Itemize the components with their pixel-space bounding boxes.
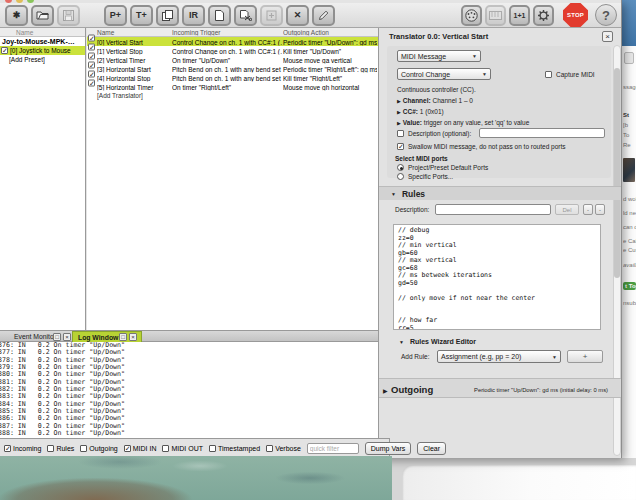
midi-ports-button[interactable] bbox=[461, 5, 482, 26]
port-option-radio[interactable] bbox=[397, 173, 404, 180]
log-window-minimize-button[interactable]: □ bbox=[119, 333, 127, 341]
move-rule-up-button[interactable]: - bbox=[583, 204, 593, 215]
add-rule-plus-button[interactable]: + bbox=[567, 350, 603, 363]
event-monitor-tab[interactable]: Event Monitor bbox=[14, 333, 56, 340]
aliases-button[interactable]: 1+1 bbox=[509, 5, 530, 26]
background-text-fragment: St bbox=[623, 112, 636, 118]
rules-wizard-header[interactable]: ▼ Rules Wizard Editor bbox=[399, 338, 476, 345]
editor-close-button[interactable]: × bbox=[602, 31, 613, 42]
toolbar: ✱ P+ T+ IR ✕ bbox=[0, 3, 622, 28]
clear-button[interactable]: Clear bbox=[417, 442, 446, 455]
add-translator-row[interactable]: [Add Translator] bbox=[87, 91, 378, 100]
merge-button[interactable] bbox=[260, 5, 283, 26]
checkbox-icon[interactable] bbox=[209, 445, 216, 452]
translator-row[interactable]: ✓[0] Vertical StartControl Change on ch.… bbox=[87, 37, 378, 46]
port-option-label: Project/Preset Default Ports bbox=[408, 164, 488, 171]
help-button[interactable]: ? bbox=[595, 4, 617, 26]
app-window: ✱ P+ T+ IR ✕ bbox=[0, 0, 622, 458]
translator-enabled-checkbox[interactable]: ✓ bbox=[88, 53, 95, 60]
settings-button[interactable] bbox=[533, 5, 554, 26]
rules-section-header[interactable]: ▼ Rules bbox=[379, 186, 622, 200]
log-panel-bar: Event Monitor □ × Log Window □ × bbox=[0, 330, 378, 342]
project-row[interactable]: Joy-to-Mouse-MPK-… bbox=[0, 37, 85, 46]
port-option-radio[interactable] bbox=[397, 164, 404, 171]
background-text-fragment: ssage bbox=[623, 84, 636, 90]
translator-row[interactable]: ✓[1] Vertical StopControl Change on ch. … bbox=[87, 46, 378, 55]
background-text-fragment: e Cus bbox=[623, 247, 636, 253]
description-input[interactable] bbox=[479, 128, 605, 138]
move-rule-down-button[interactable]: - bbox=[595, 204, 605, 215]
checkbox-icon[interactable]: ✓ bbox=[124, 445, 131, 452]
gear-icon bbox=[537, 9, 550, 22]
swallow-checkbox[interactable]: ✓ bbox=[397, 143, 404, 150]
filter-checkbox-midi-out[interactable]: MIDI OUT bbox=[162, 445, 203, 452]
quick-filter-input[interactable] bbox=[307, 443, 359, 454]
event-monitor-minimize-button[interactable]: □ bbox=[53, 333, 61, 341]
dump-vars-button[interactable]: Dump Vars bbox=[365, 442, 412, 455]
document-icon bbox=[215, 10, 224, 21]
checkbox-icon[interactable] bbox=[266, 445, 273, 452]
triangle-right-icon: ▶ bbox=[397, 109, 401, 115]
translator-row[interactable]: ✓[4] Horizontal StopPitch Bend on ch. 1 … bbox=[87, 73, 378, 82]
background-text-fragment: Re bbox=[623, 142, 636, 148]
description-checkbox[interactable] bbox=[397, 130, 404, 137]
filter-checkbox-incoming[interactable]: ✓Incoming bbox=[4, 445, 41, 452]
incoming-field-channel[interactable]: ▶Channel: Channel 1 – 0 bbox=[397, 97, 473, 104]
port-option-label: Specific Ports... bbox=[408, 173, 453, 180]
cut-button[interactable] bbox=[234, 5, 257, 26]
preset-enabled-checkbox[interactable]: ✓ bbox=[1, 47, 8, 54]
edit-button[interactable] bbox=[312, 5, 335, 26]
chevron-down-icon: ▼ bbox=[552, 354, 557, 360]
incoming-field-cc[interactable]: ▶CC#: 1 (0x01) bbox=[397, 108, 444, 115]
add-translator-button[interactable]: T+ bbox=[130, 5, 153, 26]
filter-checkbox-verbose[interactable]: Verbose bbox=[266, 445, 301, 452]
translator-enabled-checkbox[interactable]: ✓ bbox=[88, 44, 95, 51]
add-preset-button[interactable]: P+ bbox=[104, 5, 127, 26]
translator-row[interactable]: ✓[2] Vertical TimerOn timer "Up/Down"Mou… bbox=[87, 55, 378, 64]
delete-button[interactable]: ✕ bbox=[286, 5, 309, 26]
background-text-fragment: t Top bbox=[623, 282, 636, 290]
log-window-content: 376: IN 0.2 On timer "Up/Down" 377: IN 0… bbox=[0, 342, 378, 438]
stop-button[interactable]: STOP bbox=[563, 3, 588, 27]
filter-checkbox-rules[interactable]: Rules bbox=[47, 445, 74, 452]
log-window-close-button[interactable]: × bbox=[129, 333, 137, 341]
translator-enabled-checkbox[interactable]: ✓ bbox=[88, 35, 95, 42]
filter-checkbox-outgoing[interactable]: Outgoing bbox=[80, 445, 117, 452]
editor-scrollbar-thumb[interactable] bbox=[614, 68, 620, 278]
rules-code: // debug zz=0 // min vertical gb=60 // m… bbox=[394, 225, 600, 330]
delete-rule-button[interactable]: Del bbox=[555, 204, 579, 215]
translator-row[interactable]: ✓[5] Horizontal TimerOn timer "Right/Lef… bbox=[87, 82, 378, 91]
copy-button[interactable] bbox=[156, 5, 179, 26]
filter-checkbox-midi-in[interactable]: ✓MIDI IN bbox=[124, 445, 157, 452]
translator-row[interactable]: ✓[3] Horizontal StartPitch Bend on ch. 1… bbox=[87, 64, 378, 73]
translator-enabled-checkbox[interactable]: ✓ bbox=[88, 71, 95, 78]
add-preset-row[interactable]: [Add Preset] bbox=[0, 55, 85, 64]
midi-subtype-dropdown[interactable]: Control Change▼ bbox=[397, 68, 491, 80]
new-project-button[interactable]: ✱ bbox=[5, 5, 28, 26]
capture-midi-checkbox[interactable] bbox=[545, 71, 552, 78]
open-project-button[interactable] bbox=[31, 5, 54, 26]
preset-row[interactable]: ✓ [0] Joystick to Mouse bbox=[0, 46, 85, 55]
incoming-field-value[interactable]: ▶Value: trigger on any value, set 'qq' t… bbox=[397, 119, 529, 126]
translator-enabled-checkbox[interactable]: ✓ bbox=[88, 80, 95, 87]
capture-midi-label: Capture MIDI bbox=[556, 71, 595, 78]
incoming-type-dropdown[interactable]: MIDI Message▼ bbox=[397, 50, 481, 62]
add-rule-row: Add Rule: Assignment (e.g, pp = 20)▼ + bbox=[401, 350, 611, 364]
checkbox-icon[interactable] bbox=[47, 445, 54, 452]
checkbox-icon[interactable]: ✓ bbox=[4, 445, 11, 452]
rules-code-editor[interactable]: // debug zz=0 // min vertical gb=60 // m… bbox=[393, 224, 601, 330]
ir-button[interactable]: IR bbox=[182, 5, 205, 26]
translator-list-header: Name Incoming Trigger Outgoing Action bbox=[87, 28, 378, 37]
translator-enabled-checkbox[interactable]: ✓ bbox=[88, 62, 95, 69]
add-rule-dropdown[interactable]: Assignment (e.g, pp = 20)▼ bbox=[437, 350, 561, 363]
browser-header-fragment bbox=[621, 0, 636, 46]
event-monitor-close-button[interactable]: × bbox=[63, 333, 71, 341]
save-project-button[interactable] bbox=[57, 5, 80, 26]
checkbox-icon[interactable] bbox=[162, 445, 169, 452]
filter-checkbox-timestamped[interactable]: Timestamped bbox=[209, 445, 260, 452]
paste-button[interactable] bbox=[208, 5, 231, 26]
midi-keyboard-button[interactable] bbox=[485, 5, 506, 26]
outgoing-section-header[interactable]: ▶ Outgoing Periodic timer "Up/Down": gd … bbox=[379, 378, 622, 398]
rules-description-input[interactable] bbox=[435, 204, 551, 215]
checkbox-icon[interactable] bbox=[80, 445, 87, 452]
